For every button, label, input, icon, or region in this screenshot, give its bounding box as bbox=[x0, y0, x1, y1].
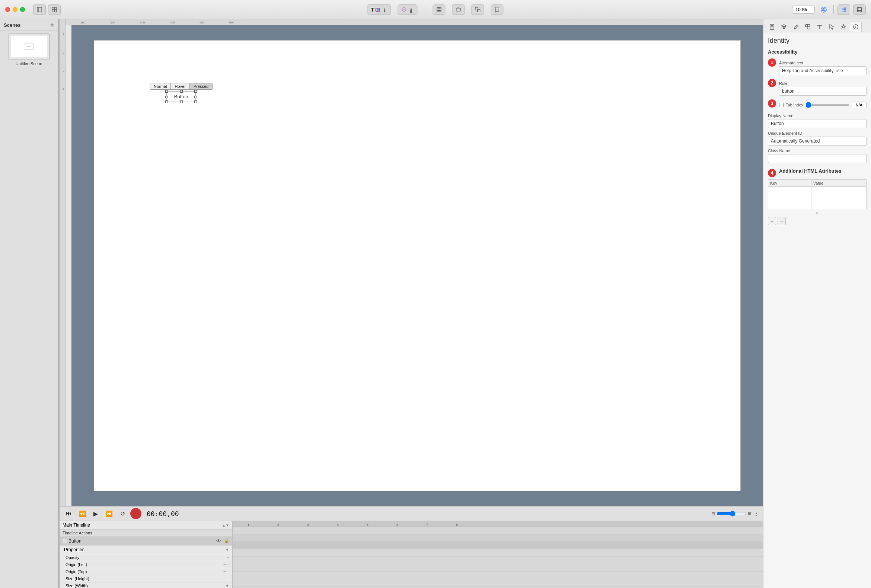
zoom-select[interactable]: 100% 75% 50% 150% 200% bbox=[792, 6, 815, 14]
badge-3: 3 bbox=[768, 99, 776, 108]
handle-bottom-left[interactable] bbox=[165, 100, 168, 103]
value-cell[interactable] bbox=[811, 187, 866, 209]
prop-size-width-label: Size (Width) bbox=[66, 584, 88, 588]
unique-id-input[interactable] bbox=[768, 136, 867, 145]
track-actions bbox=[233, 534, 763, 542]
widget-states-bar: Normal Hover Pressed bbox=[150, 83, 213, 90]
tab-index-slider[interactable] bbox=[805, 104, 849, 106]
key-cell[interactable] bbox=[768, 187, 811, 209]
role-label: Role bbox=[779, 81, 867, 85]
add-scene-button[interactable]: + bbox=[50, 22, 54, 28]
add-attr-button[interactable]: + bbox=[768, 217, 776, 225]
stack-button[interactable] bbox=[48, 4, 61, 15]
close-button[interactable] bbox=[5, 7, 10, 12]
prop-size-height-add[interactable]: + bbox=[227, 576, 229, 581]
minimize-button[interactable] bbox=[13, 7, 18, 12]
zoom-control[interactable]: 100% 75% 50% 150% 200% bbox=[792, 6, 815, 14]
layers-button[interactable] bbox=[33, 4, 46, 15]
handle-middle-left[interactable] bbox=[165, 96, 168, 98]
state-tab-normal[interactable]: Normal bbox=[150, 83, 171, 89]
track-size-height bbox=[233, 579, 763, 587]
tab-identity[interactable] bbox=[850, 22, 862, 32]
value-header: Value bbox=[811, 180, 866, 187]
handle-middle-right[interactable] bbox=[194, 96, 197, 98]
handle-top-left[interactable] bbox=[165, 90, 168, 93]
tab-layers[interactable] bbox=[778, 22, 789, 32]
crop-tool-button[interactable] bbox=[491, 4, 504, 15]
svg-rect-10 bbox=[437, 7, 441, 12]
display-name-input[interactable] bbox=[768, 119, 867, 128]
svg-point-24 bbox=[844, 10, 846, 12]
step-forward-button[interactable]: ⏩ bbox=[103, 508, 115, 519]
scene-item[interactable]: — Untitled Scene bbox=[0, 31, 58, 68]
group-tool-button[interactable] bbox=[471, 4, 484, 15]
svg-rect-14 bbox=[495, 8, 499, 12]
state-tab-hover[interactable]: Hover bbox=[171, 83, 190, 89]
display-name-label: Display Name bbox=[768, 114, 867, 118]
tab-cursor[interactable] bbox=[826, 22, 837, 32]
tab-pen[interactable] bbox=[790, 22, 801, 32]
timeline-left-panel: Main Timeline ▲▼ Timeline Actions ⬜ Butt… bbox=[60, 521, 233, 588]
drag-handle-icon: ≡ bbox=[816, 211, 819, 215]
properties-expand[interactable]: ▼ bbox=[225, 548, 229, 552]
state-tab-pressed[interactable]: Pressed bbox=[190, 83, 212, 89]
widget-button[interactable] bbox=[398, 4, 418, 15]
inspector-toggle-button[interactable] bbox=[838, 4, 850, 15]
handle-bottom-middle[interactable] bbox=[180, 100, 183, 103]
origin-top-icon: ↩ bbox=[223, 569, 226, 574]
canvas-content[interactable]: Normal Hover Pressed bbox=[72, 25, 763, 506]
rewind-button[interactable]: ⏮ bbox=[63, 508, 75, 519]
tab-index-row: Tab index bbox=[779, 102, 867, 108]
handle-bottom-right[interactable] bbox=[194, 100, 197, 103]
button-element[interactable]: Button bbox=[166, 91, 196, 102]
badge-2: 2 bbox=[768, 79, 776, 87]
role-content: Role bbox=[779, 78, 867, 96]
tab-shapes[interactable] bbox=[802, 22, 813, 32]
timeline-button-label: Button bbox=[69, 539, 82, 544]
timeline-menu-button[interactable]: ⋮ bbox=[754, 510, 759, 516]
alternate-text-input[interactable] bbox=[779, 66, 867, 75]
timeline-tracks-area: 1 2 3 4 5 6 7 8 bbox=[233, 521, 763, 588]
zoom-fit-button[interactable] bbox=[433, 4, 446, 15]
tab-index-content: Tab index bbox=[779, 99, 867, 108]
maximize-button[interactable] bbox=[20, 7, 25, 12]
svg-rect-25 bbox=[857, 7, 861, 12]
lock-toggle[interactable]: 🔒 bbox=[224, 539, 229, 543]
toolbar-left bbox=[5, 4, 61, 15]
record-button[interactable] bbox=[130, 508, 141, 519]
svg-rect-27 bbox=[805, 25, 808, 27]
alternate-text-label: Alternate text bbox=[779, 61, 867, 65]
handle-top-right[interactable] bbox=[194, 90, 197, 93]
browser-button[interactable] bbox=[818, 5, 830, 15]
step-back-button[interactable]: ⏪ bbox=[77, 508, 88, 519]
text-tool-button[interactable]: T bbox=[367, 4, 391, 15]
prop-origin-top-add[interactable]: + bbox=[227, 569, 229, 574]
timeline-actions-row: Timeline Actions bbox=[60, 530, 232, 537]
play-button[interactable]: ▶ bbox=[90, 508, 101, 519]
prop-origin-left-add[interactable]: + bbox=[227, 562, 229, 567]
library-toggle-button[interactable] bbox=[853, 4, 866, 15]
handle-top-middle[interactable] bbox=[180, 90, 183, 93]
class-name-input[interactable] bbox=[768, 154, 867, 163]
canvas-white-area bbox=[94, 40, 741, 491]
size-icon-small: ⊡ bbox=[712, 511, 715, 516]
prop-size-width-add[interactable]: ▼ bbox=[225, 584, 229, 588]
tab-index-value[interactable] bbox=[852, 102, 867, 108]
prop-opacity-add[interactable]: + bbox=[227, 555, 229, 560]
tab-settings[interactable] bbox=[838, 22, 849, 32]
role-input[interactable] bbox=[779, 87, 867, 96]
layer-tool-button[interactable] bbox=[452, 4, 465, 15]
tab-file[interactable] bbox=[766, 22, 778, 32]
class-name-label: Class Name bbox=[768, 148, 867, 153]
zoom-slider[interactable] bbox=[717, 510, 746, 516]
html-attrs-content: Additional HTML Attributes bbox=[779, 168, 867, 177]
button-widget[interactable]: Normal Hover Pressed bbox=[150, 83, 213, 102]
tab-index-checkbox[interactable] bbox=[779, 103, 784, 107]
eye-toggle[interactable]: 👁 bbox=[216, 538, 221, 544]
prop-size-height: Size (Height) + bbox=[60, 575, 232, 582]
remove-attr-button[interactable]: − bbox=[778, 217, 786, 225]
tab-text[interactable] bbox=[814, 22, 825, 32]
timeline-body: Main Timeline ▲▼ Timeline Actions ⬜ Butt… bbox=[60, 521, 763, 588]
timeline-expand-button[interactable]: ▲▼ bbox=[222, 523, 229, 527]
loop-button[interactable]: ↺ bbox=[117, 508, 128, 519]
